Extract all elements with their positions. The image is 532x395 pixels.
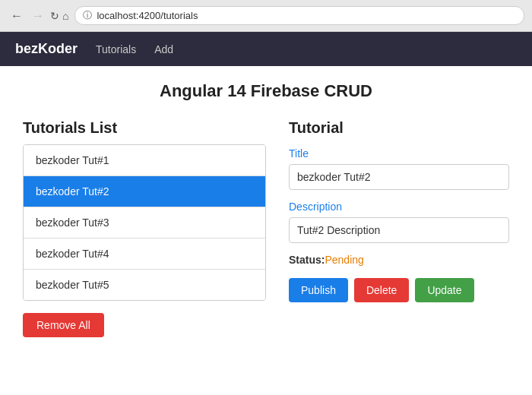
app-navbar: bezKoder Tutorials Add [0, 32, 532, 66]
description-label: Description [289, 201, 509, 213]
delete-button[interactable]: Delete [354, 278, 409, 302]
right-panel: Tutorial Title Description Status:Pendin… [289, 119, 509, 337]
home-button[interactable]: ⌂ [62, 10, 68, 22]
main-content: Angular 14 Firebase CRUD Tutorials List … [0, 66, 532, 352]
nav-tutorials[interactable]: Tutorials [96, 43, 136, 55]
lock-icon: ⓘ [83, 9, 92, 22]
browser-chrome: ← → ↻ ⌂ ⓘ localhost:4200/tutorials [0, 0, 532, 32]
tutorials-list-heading: Tutorials List [23, 119, 266, 137]
back-button[interactable]: ← [8, 8, 26, 24]
tutorial-detail-heading: Tutorial [289, 119, 509, 137]
title-input[interactable] [289, 164, 509, 190]
tutorial-item-2[interactable]: bezkoder Tut#2 [24, 176, 265, 207]
tutorial-item-5[interactable]: bezkoder Tut#5 [24, 270, 265, 300]
remove-all-button[interactable]: Remove All [23, 313, 104, 337]
tutorial-item-3[interactable]: bezkoder Tut#3 [24, 207, 265, 239]
page-title: Angular 14 Firebase CRUD [23, 81, 509, 101]
publish-button[interactable]: Publish [289, 278, 348, 302]
status-value: Pending [325, 254, 363, 266]
brand-logo: bezKoder [15, 41, 78, 57]
address-text: localhost:4200/tutorials [97, 10, 198, 21]
tutorial-item-4[interactable]: bezkoder Tut#4 [24, 239, 265, 270]
refresh-button[interactable]: ↻ [50, 10, 59, 22]
forward-button[interactable]: → [29, 8, 47, 24]
description-input[interactable] [289, 217, 509, 243]
title-label: Title [289, 147, 509, 160]
status-row: Status:Pending [289, 254, 509, 266]
update-button[interactable]: Update [415, 278, 473, 302]
nav-buttons: ← → ↻ ⌂ [8, 8, 68, 24]
address-bar[interactable]: ⓘ localhost:4200/tutorials [74, 6, 524, 25]
content-layout: Tutorials List bezkoder Tut#1 bezkoder T… [23, 119, 509, 337]
tutorial-item-1[interactable]: bezkoder Tut#1 [24, 145, 265, 176]
action-buttons: Publish Delete Update [289, 278, 509, 302]
nav-add[interactable]: Add [154, 43, 173, 55]
tutorials-list: bezkoder Tut#1 bezkoder Tut#2 bezkoder T… [23, 144, 266, 301]
left-panel: Tutorials List bezkoder Tut#1 bezkoder T… [23, 119, 266, 337]
status-label: Status: [289, 254, 325, 266]
